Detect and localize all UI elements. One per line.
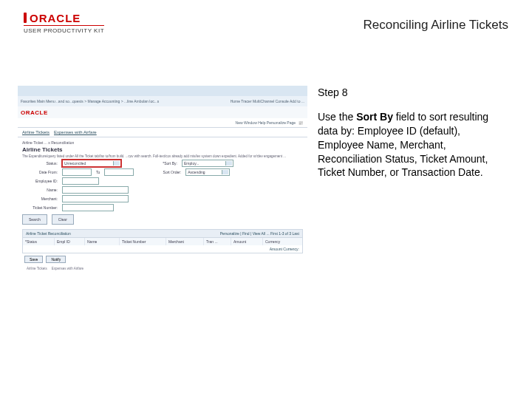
ss-help-icon: 📰	[299, 120, 303, 125]
ss-col-ticket: Ticket Number	[120, 238, 166, 245]
ss-emp-input[interactable]	[62, 177, 99, 185]
ss-footer-links: Airline Tickets Expenses with Airfare	[22, 265, 303, 272]
ss-name-label: Name:	[22, 188, 58, 192]
ss-search-button[interactable]: Search	[22, 214, 47, 225]
instruction-body: Use the Sort By field to sort resulting …	[318, 110, 508, 180]
ss-merch-label: Merchant:	[22, 197, 58, 201]
ss-footer-buttons: Save Notify	[22, 253, 303, 265]
ss-subhead: Airline Ticket ... x Reconciliation	[22, 140, 303, 145]
instr-bold: Sort By	[356, 111, 393, 123]
ss-col-merchant: Merchant	[166, 238, 204, 245]
step-label: Step 8	[318, 86, 508, 100]
logo-block: ORACLE USER PRODUCTIVITY KIT	[24, 12, 104, 34]
ss-toplink-text: New Window Help Personalize Page	[236, 120, 296, 125]
ss-status-select[interactable]: Unreconciled	[62, 160, 121, 167]
embedded-screenshot: Favorites Main Menu ..and so...quests > …	[18, 86, 307, 242]
ss-sortby-label: *Sort By:	[148, 161, 177, 166]
ss-notify-button[interactable]: Notify	[46, 256, 66, 263]
ss-date-to-label: To	[96, 170, 100, 174]
page-title: Reconciling Airline Tickets	[363, 18, 508, 33]
ss-emp-label: Employee ID:	[22, 179, 58, 183]
ss-sortorder-label: Sort Order:	[149, 170, 181, 174]
ss-ticket-label: Ticket Number:	[22, 205, 58, 210]
ss-clear-button[interactable]: Clear	[52, 214, 74, 225]
ss-section-title: Airline Ticket Reconciliation	[26, 231, 71, 236]
ss-tab-row: Airline Tickets Expenses with Airfare	[18, 128, 307, 137]
ss-col-status: *Status	[23, 238, 55, 245]
ss-merch-input[interactable]	[62, 195, 129, 202]
ss-breadcrumb-left: Favorites Main Menu ..and so...quests > …	[21, 99, 159, 103]
ss-ticket-input[interactable]	[62, 204, 114, 211]
ss-datefrom-label: Date From:	[22, 170, 58, 174]
ss-sortorder-select[interactable]: Ascending	[185, 168, 230, 176]
ss-status-label: Status:	[22, 161, 58, 166]
ss-results-section: Airline Ticket Reconciliation Personaliz…	[22, 229, 303, 253]
ss-dateto-input[interactable]	[104, 168, 134, 176]
instruction-panel: Step 8 Use the Sort By field to sort res…	[318, 86, 508, 180]
ss-save-button[interactable]: Save	[24, 256, 43, 263]
ss-datefrom-input[interactable]	[62, 168, 92, 176]
ss-sortby-select[interactable]: Employ...	[182, 160, 233, 167]
ss-heading: Airline Tickets	[22, 146, 303, 153]
ss-amount-currency: Amount Currency:	[270, 247, 299, 251]
ss-col-tran: Tran ...	[204, 238, 231, 245]
ss-breadcrumb-right: Home Tracer MultiChannel Console Add to …	[231, 99, 304, 103]
ss-logo-row: ORACLE	[18, 106, 307, 118]
ss-oracle-logo: ORACLE	[21, 109, 48, 116]
ss-tab-airline[interactable]: Airline Tickets	[22, 130, 50, 134]
ss-form: Status: Unreconciled *Sort By: Employ...…	[22, 160, 303, 225]
oracle-logo: ORACLE	[24, 12, 104, 24]
instr-pre: Use the	[318, 111, 356, 123]
oracle-text: ORACLE	[30, 12, 81, 24]
ss-description: The Expenditure/query listed under All t…	[22, 154, 303, 158]
ss-footer-link-b[interactable]: Expenses with Airfare	[52, 267, 83, 270]
ss-breadcrumb: Favorites Main Menu ..and so...quests > …	[18, 96, 307, 106]
ss-tab-expenses[interactable]: Expenses with Airfare	[54, 130, 97, 134]
ss-col-amount: Amount	[231, 238, 263, 245]
logo-subtitle: USER PRODUCTIVITY KIT	[24, 25, 104, 34]
ss-window-chrome	[18, 86, 307, 96]
ss-section-pager: Personalize | Find | View All ... First …	[220, 231, 299, 236]
ss-footer-link-a[interactable]: Airline Tickets	[27, 267, 47, 270]
ss-columns: *Status Empl ID Name Ticket Number Merch…	[23, 237, 302, 245]
ss-col-currency: Currency	[263, 238, 302, 245]
ss-col-name: Name	[85, 238, 120, 245]
ss-name-input[interactable]	[62, 186, 129, 194]
ss-toplinks: New Window Help Personalize Page 📰	[18, 118, 307, 128]
ss-col-empid: Empl ID	[55, 238, 85, 245]
